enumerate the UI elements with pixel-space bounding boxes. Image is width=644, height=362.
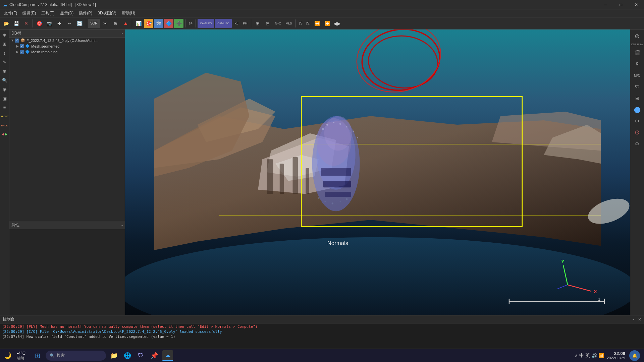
tray-ime[interactable]: 中 (579, 353, 584, 359)
sep3 (132, 19, 132, 27)
menu-display[interactable]: 显示(D) (57, 9, 76, 17)
console-close[interactable]: ✕ (638, 317, 641, 322)
icon-edit[interactable]: ✎ (1, 58, 9, 66)
tb-chart[interactable]: 📊 (134, 19, 143, 28)
menu-tools[interactable]: 工具(T) (39, 9, 57, 17)
checkbox-segmented[interactable]: ✓ (20, 44, 24, 48)
clock-time: 22:09 (607, 351, 625, 356)
icon-translate[interactable]: ⊕ (1, 67, 9, 75)
tree-item-segmented[interactable]: ▶ ✓ 🔷 Mesh.segmented (9, 43, 125, 49)
tb-save[interactable]: 💾 (11, 19, 21, 28)
tb-camlifo2[interactable]: CAMLIFO (215, 19, 232, 28)
tb-sample[interactable]: 🎯 (35, 19, 44, 28)
tb-s[interactable]: |S. (305, 19, 312, 28)
attr-panel-header: 属性 ▪ (9, 221, 125, 229)
start-button[interactable]: ⊞ (32, 350, 43, 361)
icon-layers[interactable]: ≡ (1, 103, 9, 111)
db-collapse-btn[interactable]: ▪ (121, 32, 123, 35)
tb-arr2[interactable]: ⏩ (322, 19, 332, 28)
tb-pick[interactable]: SOR (88, 19, 100, 28)
taskbar-security[interactable]: 🛡 (136, 350, 146, 361)
icon-dot[interactable] (1, 130, 9, 138)
notification-button[interactable]: 🔔 (629, 350, 640, 361)
rp-circle[interactable]: ⬤ (632, 104, 643, 115)
taskbar-edge[interactable]: 🌐 (122, 350, 133, 361)
tray-up-arrow[interactable]: ∧ (575, 353, 578, 358)
taskbar-fileexplorer[interactable]: 📁 (109, 350, 119, 361)
tb-add[interactable]: ⊕ (111, 19, 120, 28)
weather-text: -4°C 晴朗 (17, 351, 25, 361)
rp-film[interactable]: 🎬 (632, 47, 643, 58)
minimize-button[interactable]: ─ (598, 0, 613, 9)
menu-plugins[interactable]: 插件(P) (76, 9, 95, 17)
taskbar-search[interactable]: 🔍 搜索 (46, 351, 106, 361)
icon-open-file[interactable]: ⊕ (1, 31, 9, 39)
tb-fm[interactable]: FM (241, 19, 249, 28)
taskbar-cloudcompare[interactable]: ☁ (162, 350, 173, 361)
icon-zoom[interactable]: 🔍 (1, 76, 9, 84)
tb-diamond[interactable]: 🔷 (164, 19, 173, 28)
menu-help[interactable]: 帮助(H) (119, 9, 138, 17)
window-title: CloudCompare v2.13.alpha [64-bit] - [3D … (9, 2, 96, 7)
menubar: 文件(F) 编辑(E) 工具(T) 显示(D) 插件(P) 3D视图(V) 帮助… (0, 9, 644, 17)
icon-select[interactable]: ◉ (1, 85, 9, 93)
console-title: 控制台 (3, 316, 15, 322)
checkbox-root[interactable]: ✓ (15, 39, 19, 43)
rp-icon-1[interactable]: ⊘ (632, 31, 643, 42)
maximize-button[interactable]: □ (613, 0, 629, 9)
search-label: 搜索 (57, 353, 65, 358)
rp-gear[interactable]: ⚙ (632, 116, 643, 126)
tb-kd[interactable]: Kd (232, 19, 240, 28)
tb-refresh[interactable]: 🔄 (75, 19, 84, 28)
close-button[interactable]: ✕ (629, 0, 644, 9)
checkbox-remaining[interactable]: ✓ (20, 50, 24, 54)
attr-collapse-btn[interactable]: ▪ (121, 223, 123, 228)
tree-icon-segmented: 🔷 (25, 44, 30, 48)
tb-grid1[interactable]: ⊞ (253, 19, 262, 28)
tb-rotate[interactable]: ↔ (65, 19, 74, 28)
tb-cut[interactable]: ✂ (101, 19, 110, 28)
tb-is[interactable]: |S (298, 19, 304, 28)
tray-lang[interactable]: 英 (585, 353, 590, 359)
console-line-3: [22:07:54] New scalar field 'Constant' a… (2, 334, 642, 339)
attr-panel-title: 属性 (11, 222, 19, 228)
menu-edit[interactable]: 编辑(E) (20, 9, 39, 17)
system-clock[interactable]: 22:09 2022/11/29 (607, 351, 625, 360)
tree-item-remaining[interactable]: ▶ ✓ 🔷 Mesh.remaining (9, 49, 125, 55)
tb-target[interactable]: 🎯 (144, 19, 153, 28)
tb-arr1[interactable]: ⏪ (312, 19, 322, 28)
icon-back-view[interactable]: BACK (1, 121, 9, 129)
tb-arr3[interactable]: ◀▶ (332, 19, 342, 28)
rp-mic[interactable]: M²С (632, 70, 643, 81)
tb-cross[interactable]: ✚ (55, 19, 64, 28)
console-collapse[interactable]: ▪ (633, 317, 634, 322)
tb-camlifo1[interactable]: CAMLIFO (198, 19, 214, 28)
tray-volume[interactable]: 🔊 (591, 353, 597, 358)
tb-grid2[interactable]: ⊟ (263, 19, 272, 28)
tree-icon-remaining: 🔷 (25, 50, 30, 54)
tb-plus-sq[interactable]: ➕ (174, 19, 183, 28)
tb-mls[interactable]: MLS (284, 19, 294, 28)
rp-n[interactable]: Ñ (632, 59, 643, 69)
tb-nc[interactable]: N+C (273, 19, 283, 28)
icon-grid[interactable]: ⊞ (1, 40, 9, 48)
rp-grid[interactable]: ⊞ (632, 93, 643, 104)
tree-item-root[interactable]: ▼ ✓ 📦 F_2022.7.4_12.2.45_0.ply (C:/Users… (9, 38, 125, 43)
icon-box[interactable]: ▣ (1, 94, 9, 102)
tray-wifi[interactable]: 📶 (598, 353, 604, 358)
tb-sp[interactable]: SP (187, 19, 194, 28)
icon-axis[interactable]: ↕ (1, 49, 9, 57)
tb-map[interactable]: 🗺 (154, 19, 163, 28)
rp-shield[interactable]: 🛡 (632, 81, 643, 92)
tb-close[interactable]: ✕ (21, 19, 31, 28)
taskbar-app1[interactable]: 📌 (149, 350, 160, 361)
icon-front-view[interactable]: FRONT (1, 112, 9, 120)
menu-3dview[interactable]: 3D视图(V) (95, 9, 119, 17)
3d-viewport[interactable]: X Y Normals 1 (125, 29, 630, 315)
menu-file[interactable]: 文件(F) (1, 9, 20, 17)
tb-open[interactable]: 📂 (1, 19, 11, 28)
rp-settings2[interactable]: ⚙ (632, 138, 643, 149)
tb-camera[interactable]: 📷 (45, 19, 54, 28)
tb-triangle[interactable]: 🔺 (121, 19, 130, 28)
rp-ellipse[interactable]: ⊙ (632, 127, 643, 138)
